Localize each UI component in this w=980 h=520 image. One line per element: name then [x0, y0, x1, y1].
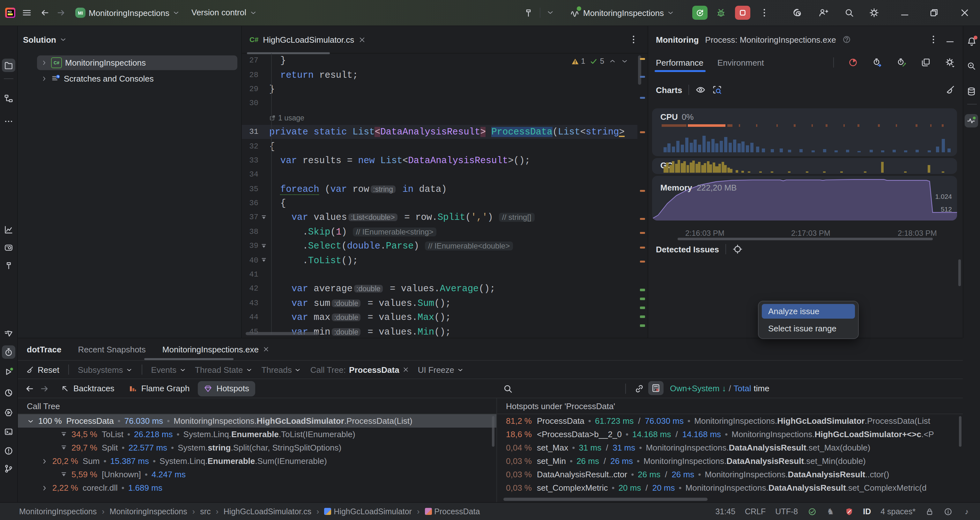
tool-dottrace[interactable] — [2, 346, 15, 359]
tool-profiler-charts[interactable] — [2, 223, 15, 236]
status-infocircle-icon[interactable] — [943, 507, 953, 516]
run-configuration[interactable]: MonitoringInspections — [570, 8, 675, 18]
sync-selection-icon[interactable] — [634, 383, 644, 393]
close-icon[interactable] — [263, 346, 270, 352]
tool-unit-tests[interactable] — [2, 327, 15, 340]
visible-charts-icon[interactable] — [695, 85, 706, 95]
window-restore-icon[interactable] — [929, 8, 939, 18]
editor-hscrollbar[interactable] — [246, 332, 319, 335]
hotspot-row-5[interactable]: 0,03 %DataAnalysisResult..ctor•26 ms/26 … — [497, 468, 963, 481]
notifications[interactable] — [965, 35, 978, 48]
editor-options-icon[interactable] — [628, 35, 639, 44]
panel-hide-icon[interactable] — [945, 35, 955, 44]
tool-git[interactable] — [2, 462, 15, 476]
snapshots-icon[interactable] — [921, 57, 931, 68]
build-icon[interactable] — [523, 8, 533, 18]
breadcrumb-2[interactable]: MonitoringInspections — [110, 507, 187, 516]
dottrace-tab-2[interactable]: Recent Snapshots — [78, 344, 145, 354]
view-hotspots[interactable]: Hotspots — [198, 381, 255, 396]
timeline-scrollbar[interactable] — [678, 238, 933, 240]
hotspots-sort[interactable]: Own+System↓ / Total time — [670, 384, 770, 393]
clear-charts-icon[interactable] — [945, 85, 955, 95]
history-back-icon[interactable] — [24, 383, 35, 393]
status-lock-icon[interactable] — [925, 507, 934, 516]
gc-chart[interactable]: GC — [652, 158, 957, 174]
run-widget-chevron-icon[interactable] — [546, 8, 554, 17]
exclude-toggle[interactable] — [648, 381, 663, 395]
status-4-spaces-[interactable]: 4 spaces* — [880, 507, 916, 516]
hotspot-row-4[interactable]: 0,03 %set_Min•26 ms/26 ms•MonitoringInsp… — [497, 454, 963, 468]
filter-call-tree[interactable]: Call Tree: ProcessData — [310, 365, 409, 374]
calltree-marker-icon[interactable] — [260, 257, 267, 264]
window-minimize-icon[interactable] — [900, 8, 910, 18]
tab-close-icon[interactable] — [359, 36, 366, 43]
hotspot-row-3[interactable]: 0,04 %set_Max•31 ms/31 ms•MonitoringInsp… — [497, 441, 963, 454]
ai-assistant-icon[interactable] — [793, 8, 803, 18]
tool-database[interactable] — [965, 85, 978, 98]
tool-more[interactable] — [2, 115, 15, 128]
cpu-snapshot-icon[interactable] — [848, 57, 858, 68]
tool-profiler[interactable] — [2, 386, 15, 400]
filter-subsystems[interactable]: Subsystems — [78, 365, 133, 374]
history-forward-icon[interactable] — [40, 383, 50, 393]
calltree-row-5[interactable]: 5,59 %[Unknown]•4.247 ms — [18, 468, 496, 481]
tool-dotmemory[interactable] — [2, 241, 15, 254]
breadcrumb-5[interactable]: HighGcLoadSimulator — [324, 507, 412, 516]
status-id[interactable]: ID — [863, 507, 871, 516]
tool-terminal[interactable] — [2, 425, 15, 438]
calltree-row-3[interactable]: 29,7 %Split•22.577 ms•System.string.Spli… — [18, 441, 496, 454]
status-shield-icon[interactable] — [845, 507, 853, 516]
status-crlf[interactable]: CRLF — [745, 507, 765, 516]
tool-solution-explorer[interactable] — [2, 59, 15, 72]
filter-ui-freeze[interactable]: UI Freeze — [418, 365, 464, 374]
tool-problems[interactable] — [2, 444, 15, 458]
hotspots-hscrollbar[interactable] — [503, 498, 708, 501]
breadcrumb-1[interactable]: MonitoringInspections — [19, 507, 97, 516]
settings-icon[interactable] — [869, 8, 879, 18]
hotspot-row-6[interactable]: 0,03 %set_ComplexMetric•20 ms/20 ms•Moni… — [497, 481, 963, 495]
calltree-row-2[interactable]: 34,5 %ToList•26.218 ms•System.Linq.Enume… — [18, 428, 496, 441]
filter-events[interactable]: Events — [151, 365, 186, 374]
remove-filter-icon[interactable] — [402, 366, 409, 373]
window-close-icon[interactable] — [959, 8, 970, 18]
status-knight-icon[interactable]: ♞ — [826, 507, 835, 516]
hotspots-vscrollbar[interactable] — [959, 416, 961, 447]
stop-button[interactable] — [735, 6, 750, 20]
tab-environment[interactable]: Environment — [718, 58, 764, 67]
status-31-45[interactable]: 31:45 — [715, 507, 735, 516]
editor-area[interactable]: C# HighGcLoadSimulator.cs 1 5 27 }28 ret… — [242, 26, 648, 338]
breadcrumb-6[interactable]: ProcessData — [425, 507, 480, 516]
filter-thread-state[interactable]: Thread State — [195, 365, 252, 374]
profile-edit-icon[interactable] — [896, 57, 907, 68]
editor-tab-highgcloadsimulator[interactable]: C# HighGcLoadSimulator.cs — [242, 35, 366, 44]
calltree-scrollbar[interactable] — [492, 416, 495, 447]
hotspot-row-2[interactable]: 18,6 %<ProcessData>b__2_0•14.168 ms/14.1… — [497, 428, 963, 441]
view-backtraces[interactable]: Backtraces — [55, 381, 120, 396]
tool-build[interactable] — [2, 259, 15, 272]
zoom-selection-icon[interactable] — [712, 85, 722, 95]
calltree-marker-icon[interactable] — [260, 214, 267, 221]
dottrace-tab-3[interactable]: MonitoringInspections.exe — [162, 344, 270, 354]
status-note-icon[interactable]: ♪ — [962, 507, 971, 516]
status-checkcircle-icon[interactable] — [807, 507, 816, 516]
search-everywhere-icon[interactable] — [844, 8, 854, 18]
breadcrumb-3[interactable]: src — [200, 507, 210, 516]
code-content[interactable]: 27 }28 return result;29}301 usage31priva… — [242, 54, 637, 338]
tool-structure[interactable] — [2, 92, 15, 105]
calltree-row-6[interactable]: 2,22 %coreclr.dll•1.689 ms — [18, 481, 496, 495]
more-actions-icon[interactable] — [759, 8, 770, 18]
solution-item-2[interactable]: Scratches and Consoles — [37, 71, 237, 86]
code-with-me-icon[interactable] — [818, 8, 828, 18]
navigate-forward-icon[interactable] — [56, 8, 66, 18]
rerun-button[interactable] — [692, 6, 708, 20]
issues-crosshair-icon[interactable] — [732, 244, 743, 254]
tool-services[interactable] — [2, 406, 15, 419]
calltree-marker-icon[interactable] — [260, 243, 267, 250]
menu-analyze-issue[interactable]: Analyze issue — [762, 304, 855, 319]
calltree-row-1[interactable]: 100 %ProcessData•76.030 ms•MonitoringIns… — [18, 414, 496, 428]
profile-next-icon[interactable] — [872, 57, 882, 68]
cpu-chart[interactable]: CPU0% — [652, 108, 957, 156]
chevron-down-icon[interactable] — [59, 36, 67, 43]
usages-inlay[interactable]: 1 usage — [269, 114, 304, 122]
main-menu-icon[interactable] — [22, 8, 32, 18]
